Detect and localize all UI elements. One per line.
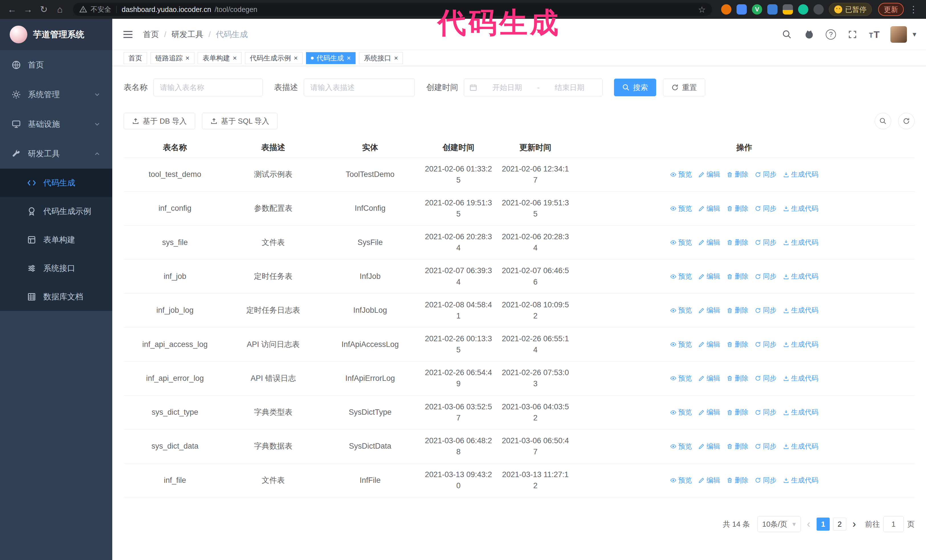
delete-link[interactable]: 删除 <box>726 272 749 281</box>
preview-link[interactable]: 预览 <box>670 475 692 485</box>
sidebar-item-db-doc[interactable]: 数据库文档 <box>0 282 112 311</box>
edit-link[interactable]: 编辑 <box>698 305 720 315</box>
home-icon[interactable]: ⌂ <box>53 3 67 16</box>
delete-link[interactable]: 删除 <box>726 305 749 315</box>
sidebar-item-form-builder[interactable]: 表单构建 <box>0 226 112 254</box>
app-logo[interactable]: 芋道管理系统 <box>0 19 112 50</box>
tab-close-icon[interactable]: × <box>294 55 298 62</box>
sync-link[interactable]: 同步 <box>755 272 777 281</box>
extension-icon[interactable] <box>814 4 824 15</box>
tab-close-icon[interactable]: × <box>347 55 351 62</box>
generate-code-link[interactable]: 生成代码 <box>783 169 819 180</box>
generate-code-link[interactable]: 生成代码 <box>783 475 819 485</box>
delete-link[interactable]: 删除 <box>726 373 749 383</box>
caret-down-icon[interactable]: ▾ <box>912 30 916 39</box>
extension-icon[interactable] <box>798 4 808 15</box>
sync-link[interactable]: 同步 <box>755 475 777 485</box>
preview-link[interactable]: 预览 <box>670 340 692 350</box>
edit-link[interactable]: 编辑 <box>698 340 720 350</box>
tab[interactable]: 代码生成 × <box>306 52 356 64</box>
edit-link[interactable]: 编辑 <box>698 408 720 417</box>
preview-link[interactable]: 预览 <box>670 305 692 315</box>
extension-icon[interactable] <box>767 4 778 15</box>
bookmark-star-icon[interactable]: ☆ <box>698 5 706 15</box>
extension-icon[interactable] <box>721 4 731 15</box>
sidebar-item-home[interactable]: 首页 <box>0 50 112 80</box>
tab[interactable]: 表单构建 × <box>198 52 242 64</box>
delete-link[interactable]: 删除 <box>726 475 749 485</box>
help-icon[interactable]: ? <box>826 29 836 39</box>
preview-link[interactable]: 预览 <box>670 373 692 383</box>
preview-link[interactable]: 预览 <box>670 169 692 180</box>
date-end-placeholder[interactable]: 结束日期 <box>542 83 597 92</box>
generate-code-link[interactable]: 生成代码 <box>783 272 819 281</box>
delete-link[interactable]: 删除 <box>726 340 749 350</box>
update-button[interactable]: 更新 <box>878 3 904 16</box>
user-avatar[interactable] <box>890 26 907 43</box>
extension-icon[interactable]: V <box>752 4 762 15</box>
edit-link[interactable]: 编辑 <box>698 237 720 248</box>
font-size-icon[interactable]: TT <box>869 30 879 39</box>
delete-link[interactable]: 删除 <box>726 237 749 248</box>
edit-link[interactable]: 编辑 <box>698 272 720 281</box>
paused-badge[interactable]: 已暂停 <box>829 3 872 16</box>
page-number-button[interactable]: 1 <box>817 518 830 531</box>
next-page-button[interactable]: › <box>851 519 858 529</box>
generate-code-link[interactable]: 生成代码 <box>783 204 819 214</box>
tab[interactable]: 系统接口 × <box>359 52 403 64</box>
security-label[interactable]: 不安全 <box>91 5 111 14</box>
generate-code-link[interactable]: 生成代码 <box>783 237 819 248</box>
sidebar-item-infra[interactable]: 基础设施 <box>0 109 112 139</box>
sync-link[interactable]: 同步 <box>755 237 777 248</box>
address-bar[interactable]: 不安全 dashboard.yudao.iocoder.cn /tool/cod… <box>73 3 712 16</box>
generate-code-link[interactable]: 生成代码 <box>783 340 819 350</box>
reset-button[interactable]: 重置 <box>663 78 705 96</box>
generate-code-link[interactable]: 生成代码 <box>783 305 819 315</box>
edit-link[interactable]: 编辑 <box>698 373 720 383</box>
sync-link[interactable]: 同步 <box>755 340 777 350</box>
preview-link[interactable]: 预览 <box>670 408 692 417</box>
page-size-select[interactable]: 10条/页 ▾ <box>757 516 800 532</box>
tab-close-icon[interactable]: × <box>394 55 398 62</box>
import-sql-button[interactable]: 基于 SQL 导入 <box>202 113 278 129</box>
sync-link[interactable]: 同步 <box>755 204 777 214</box>
hamburger-icon[interactable] <box>122 29 134 41</box>
search-button[interactable]: 搜索 <box>614 78 656 96</box>
fullscreen-icon[interactable] <box>847 29 858 40</box>
tab-close-icon[interactable]: × <box>233 55 237 62</box>
preview-link[interactable]: 预览 <box>670 204 692 214</box>
tab[interactable]: 首页 × <box>124 52 147 64</box>
page-number-button[interactable]: 2 <box>833 518 846 531</box>
github-icon[interactable] <box>803 29 815 40</box>
date-start-placeholder[interactable]: 开始日期 <box>480 83 535 92</box>
sync-link[interactable]: 同步 <box>755 442 777 451</box>
tab-close-icon[interactable]: × <box>186 55 189 62</box>
delete-link[interactable]: 删除 <box>726 408 749 417</box>
import-db-button[interactable]: 基于 DB 导入 <box>124 113 195 129</box>
sync-link[interactable]: 同步 <box>755 408 777 417</box>
back-icon[interactable]: ← <box>5 3 19 16</box>
tab[interactable]: 代码生成示例 × <box>245 52 303 64</box>
delete-link[interactable]: 删除 <box>726 442 749 451</box>
generate-code-link[interactable]: 生成代码 <box>783 373 819 383</box>
sidebar-item-api[interactable]: 系统接口 <box>0 254 112 282</box>
table-name-input[interactable] <box>153 78 263 96</box>
sidebar-item-codegen[interactable]: 代码生成 <box>0 169 112 197</box>
goto-page-input[interactable] <box>883 516 904 532</box>
generate-code-link[interactable]: 生成代码 <box>783 442 819 451</box>
forward-icon[interactable]: → <box>21 3 35 16</box>
edit-link[interactable]: 编辑 <box>698 169 720 180</box>
toggle-search-button[interactable] <box>875 113 891 129</box>
edit-link[interactable]: 编辑 <box>698 442 720 451</box>
table-desc-input[interactable] <box>304 78 415 96</box>
delete-link[interactable]: 删除 <box>726 204 749 214</box>
extension-icon[interactable] <box>737 4 747 15</box>
prev-page-button[interactable]: ‹ <box>805 519 812 529</box>
sidebar-item-codegen-example[interactable]: 代码生成示例 <box>0 197 112 226</box>
preview-link[interactable]: 预览 <box>670 272 692 281</box>
reload-icon[interactable]: ↻ <box>37 3 51 16</box>
sidebar-item-system[interactable]: 系统管理 <box>0 80 112 109</box>
breadcrumb-home[interactable]: 首页 <box>143 29 159 40</box>
extension-icon[interactable] <box>783 4 793 15</box>
sidebar-item-devtools[interactable]: 研发工具 <box>0 139 112 169</box>
